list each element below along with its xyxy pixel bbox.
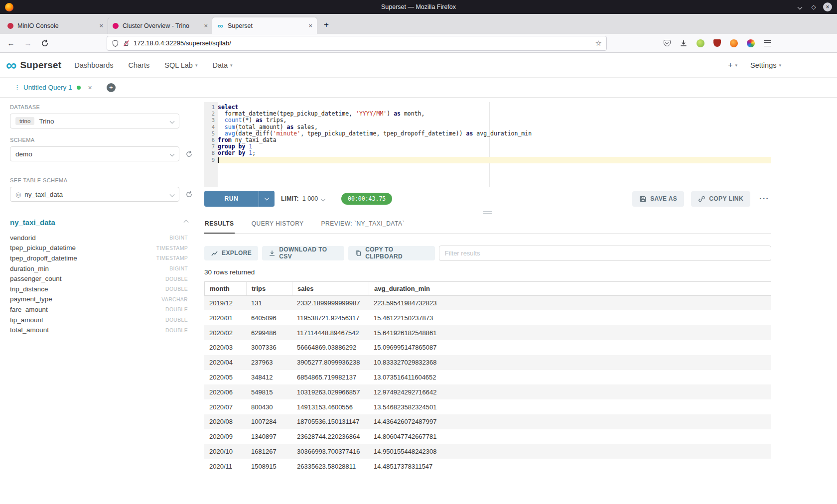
table-cell: 15.096995147865087	[369, 344, 771, 351]
explore-label: EXPLORE	[222, 250, 252, 256]
code-line	[218, 157, 771, 163]
url-bar[interactable]: 172.18.0.4:32295/superset/sqllab/ ☆	[107, 36, 607, 51]
explore-button[interactable]: EXPLORE	[204, 246, 258, 260]
save-as-button[interactable]: SAVE AS	[632, 191, 684, 207]
table-row: 2020/026299486117114448.8946754215.64192…	[204, 325, 771, 340]
extension-green-icon[interactable]	[697, 39, 704, 47]
chevron-down-icon	[170, 192, 175, 197]
query-tab[interactable]: ⋮ Untitled Query 1 ×	[14, 84, 92, 92]
limit-value: 1 000	[302, 195, 318, 202]
query-tab-close-icon[interactable]: ×	[88, 84, 92, 92]
settings-menu[interactable]: Settings ▾	[750, 61, 781, 69]
table-row: 2020/10168126730366993.70037741614.95015…	[204, 444, 771, 459]
filter-results-input[interactable]	[439, 246, 771, 261]
column-header[interactable]: avg_duration_min	[369, 282, 771, 295]
nav-item-sql-lab[interactable]: SQL Lab▾	[164, 61, 197, 69]
window-minimize-button[interactable]	[795, 2, 804, 11]
editor-code-area[interactable]: select format_datetime(tpep_pickup_datet…	[218, 102, 771, 163]
forward-button[interactable]: →	[21, 36, 35, 50]
table-row: 2020/08100728418705536.15013114714.43642…	[204, 414, 771, 429]
column-header[interactable]: sales	[292, 282, 369, 295]
clipboard-icon	[355, 250, 362, 257]
tab-close-icon[interactable]: ×	[308, 22, 312, 29]
column-name: tpep_dropoff_datetime	[10, 254, 77, 262]
nav-item-data[interactable]: Data▾	[212, 61, 232, 69]
copy-clipboard-button[interactable]: COPY TO CLIPBOARD	[348, 246, 435, 260]
collapse-table-icon[interactable]	[184, 220, 189, 225]
nav-item-dashboards[interactable]: Dashboards	[74, 61, 113, 69]
table-cell: 23628744.220236864	[292, 433, 369, 440]
extension-orange-icon[interactable]	[730, 39, 738, 47]
copy-link-button[interactable]: COPY LINK	[691, 191, 750, 207]
table-cell: 117114448.89467542	[292, 329, 369, 337]
browser-tab-cluster-overview-trino[interactable]: Cluster Overview - Trino×	[108, 17, 212, 34]
query-tabbar: ⋮ Untitled Query 1 × +	[0, 78, 837, 98]
table-cell: 2020/09	[204, 433, 246, 440]
menu-icon[interactable]	[764, 40, 771, 46]
browser-tab-minio-console[interactable]: MinIO Console×	[3, 17, 108, 34]
table-name-heading[interactable]: ny_taxi_data	[10, 218, 55, 227]
table-row: 2020/0654981510319263.02996685712.974924…	[204, 384, 771, 399]
table-row: 2020/053484126854865.71998213713.0735164…	[204, 370, 771, 385]
new-tab-button[interactable]: +	[319, 17, 334, 32]
copy-clipboard-label: COPY TO CLIPBOARD	[365, 246, 428, 260]
results-tab-results[interactable]: RESULTS	[204, 218, 235, 234]
table-cell: 2020/05	[204, 374, 246, 381]
table-cell: 56664869.03886292	[292, 344, 369, 351]
table-cell: 18705536.150131147	[292, 418, 369, 425]
sql-editor: 123456789 select format_datetime(tpep_pi…	[204, 102, 771, 187]
reload-button[interactable]	[38, 36, 52, 50]
run-button[interactable]: RUN	[204, 191, 259, 207]
extension-ublock-icon[interactable]	[713, 39, 721, 47]
window-maximize-button[interactable]: ◇	[809, 2, 818, 11]
table-cell: 26335623.58028811	[292, 463, 369, 470]
table-select[interactable]: ◎ ny_taxi_data	[10, 187, 179, 202]
database-select[interactable]: trino Trino	[10, 114, 179, 128]
pocket-icon[interactable]	[664, 40, 671, 46]
back-button[interactable]: ←	[4, 36, 18, 50]
refresh-table-icon[interactable]	[185, 191, 193, 198]
table-row: 2020/09134089723628744.22023686414.80604…	[204, 429, 771, 444]
database-engine-badge: trino	[15, 117, 34, 125]
tab-close-icon[interactable]: ×	[204, 22, 208, 29]
run-options-caret[interactable]	[259, 191, 275, 207]
tab-close-icon[interactable]: ×	[99, 22, 103, 29]
table-cell: 13.073516411604652	[369, 374, 771, 381]
add-query-tab-button[interactable]: +	[107, 83, 116, 92]
limit-dropdown[interactable]: LIMIT: 1 000	[281, 195, 325, 202]
reload-icon	[41, 39, 49, 47]
nav-item-charts[interactable]: Charts	[129, 61, 150, 69]
bookmark-star-icon[interactable]: ☆	[595, 39, 602, 48]
caret-down-icon: ▾	[779, 63, 781, 68]
column-type: BIGINT	[169, 235, 188, 241]
table-row: 2020/042379633905277.809993623810.833327…	[204, 355, 771, 370]
extension-pinwheel-icon[interactable]	[747, 39, 755, 47]
window-close-button[interactable]: ×	[823, 2, 832, 11]
run-button-group: RUN	[204, 191, 275, 207]
schema-select[interactable]: demo	[10, 146, 179, 161]
browser-tab-superset[interactable]: ∞Superset×	[212, 17, 317, 34]
browser-navbar: ← → 172.18.0.4:32295/superset/sqllab/ ☆	[0, 34, 837, 53]
results-tab-preview-ny-taxi-data[interactable]: PREVIEW: `NY_TAXI_DATA`	[321, 218, 405, 233]
table-cell: 1340897	[246, 433, 292, 440]
infinity-logo-icon: ∞	[6, 58, 16, 73]
column-row: tip_amountDOUBLE	[10, 315, 188, 325]
results-tab-query-history[interactable]: QUERY HISTORY	[251, 218, 304, 233]
pane-resize-handle[interactable]	[483, 211, 492, 214]
database-label: DATABASE	[10, 104, 198, 110]
downloads-icon[interactable]	[680, 39, 688, 47]
shield-icon[interactable]	[112, 39, 119, 47]
insecure-lock-icon[interactable]	[123, 39, 130, 47]
more-options-icon[interactable]: ···	[757, 194, 771, 204]
table-cell: 549815	[246, 388, 292, 396]
new-item-button[interactable]: + ▾	[728, 61, 737, 70]
column-header[interactable]: trips	[247, 282, 292, 295]
refresh-schema-icon[interactable]	[185, 150, 193, 158]
download-csv-button[interactable]: DOWNLOAD TO CSV	[262, 246, 344, 260]
line-number: 7	[204, 143, 218, 150]
column-row: vendoridBIGINT	[10, 233, 188, 243]
superset-logo[interactable]: ∞ Superset	[6, 58, 61, 73]
caret-down-icon: ▾	[195, 63, 198, 68]
line-number: 4	[204, 124, 218, 130]
column-header[interactable]: month	[205, 282, 247, 295]
